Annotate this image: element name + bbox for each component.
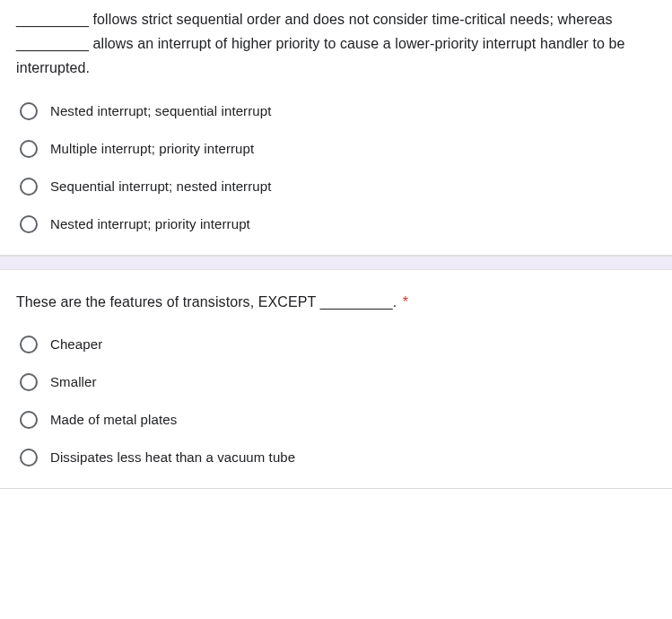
option-label: Made of metal plates (50, 412, 177, 427)
options-group-2: Cheaper Smaller Made of metal plates Dis… (16, 336, 650, 466)
option-1-1[interactable]: Nested interrupt; sequential interrupt (20, 102, 650, 120)
question-card-1: _________ follows strict sequential orde… (0, 0, 672, 256)
option-label: Sequential interrupt; nested interrupt (50, 179, 271, 194)
radio-icon (20, 373, 38, 391)
question-text-2: These are the features of transistors, E… (16, 290, 650, 314)
option-label: Nested interrupt; priority interrupt (50, 216, 250, 231)
radio-icon (20, 102, 38, 120)
option-label: Smaller (50, 374, 97, 389)
options-group-1: Nested interrupt; sequential interrupt M… (16, 102, 650, 233)
option-2-2[interactable]: Smaller (20, 373, 650, 391)
card-separator (0, 256, 672, 270)
required-asterisk: * (403, 294, 408, 310)
radio-icon (20, 215, 38, 233)
option-label: Dissipates less heat than a vacuum tube (50, 449, 295, 465)
radio-icon (20, 411, 38, 429)
option-label: Multiple interrupt; priority interrupt (50, 141, 254, 156)
radio-icon (20, 336, 38, 353)
option-1-3[interactable]: Sequential interrupt; nested interrupt (20, 178, 650, 196)
option-1-4[interactable]: Nested interrupt; priority interrupt (20, 215, 650, 233)
option-2-1[interactable]: Cheaper (20, 336, 650, 353)
form-page: _________ follows strict sequential orde… (0, 0, 672, 489)
radio-icon (20, 449, 38, 466)
option-label: Cheaper (50, 336, 102, 352)
option-2-3[interactable]: Made of metal plates (20, 411, 650, 429)
option-label: Nested interrupt; sequential interrupt (50, 103, 271, 118)
question-text-1: _________ follows strict sequential orde… (16, 7, 650, 81)
question-card-2: These are the features of transistors, E… (0, 270, 672, 489)
question-text-content-2: These are the features of transistors, E… (16, 294, 397, 310)
option-1-2[interactable]: Multiple interrupt; priority interrupt (20, 140, 650, 158)
radio-icon (20, 178, 38, 196)
question-text-content-1: _________ follows strict sequential orde… (16, 12, 625, 75)
radio-icon (20, 140, 38, 158)
option-2-4[interactable]: Dissipates less heat than a vacuum tube (20, 449, 650, 466)
